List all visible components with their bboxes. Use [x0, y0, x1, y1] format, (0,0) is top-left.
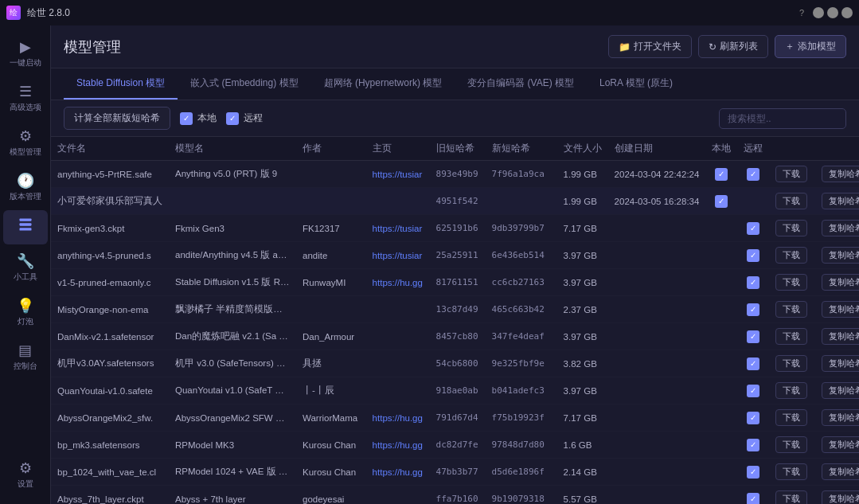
add-model-button[interactable]: ＋ 添加模型 — [775, 35, 846, 58]
sidebar-item-console[interactable]: ▤ 控制台 — [3, 335, 48, 378]
sidebar-item-model[interactable] — [3, 210, 48, 244]
cell-remote[interactable]: ✓ — [737, 432, 769, 459]
cell-3[interactable]: https://hu.gg — [366, 432, 430, 459]
cell-remote[interactable]: ✓ — [737, 296, 769, 323]
copy-hash-button[interactable]: 复制哈希 — [822, 274, 859, 291]
cell-remote[interactable]: ✓ — [737, 486, 769, 505]
cell-3[interactable]: https://hu.gg — [366, 269, 430, 296]
cell-1: 飘渺橘子 半精度简模版（Akagi Haruka — [169, 296, 296, 323]
copy-hash-button[interactable]: 复制哈希 — [822, 463, 859, 480]
sidebar-item-router[interactable]: ⚙ 模型管理 — [3, 121, 48, 164]
tab-lora[interactable]: LoRA 模型 (原生) — [587, 68, 685, 100]
cell-3[interactable]: https://hu.gg — [366, 459, 430, 486]
cell-0: 小可爱邻家俱乐部写真人 — [51, 188, 169, 215]
copy-hash-button[interactable]: 复制哈希 — [822, 193, 859, 209]
copy-hash-button[interactable]: 复制哈希 — [822, 328, 859, 345]
download-button[interactable]: 下载 — [775, 355, 807, 372]
calc-hash-button[interactable]: 计算全部新版短哈希 — [64, 107, 170, 130]
table-row: Abyss_7th_layer.ckptAbyss + 7th layergod… — [51, 486, 859, 505]
cell-local[interactable]: ✓ — [705, 188, 737, 215]
cell-download: 下载 — [769, 323, 815, 350]
copy-hash-button[interactable]: 复制哈希 — [822, 409, 859, 426]
cell-5: 9e325fbf9e — [486, 350, 557, 377]
cell-local[interactable] — [705, 296, 737, 323]
sidebar-item-advanced[interactable]: ☰ 高级选项 — [3, 76, 48, 119]
cell-3[interactable]: https://tusiar — [366, 161, 430, 188]
cell-3[interactable]: https://tusiar — [366, 215, 430, 242]
cell-remote[interactable]: ✓ — [737, 377, 769, 404]
cell-0: Abyss_7th_layer.ckpt — [51, 486, 169, 505]
download-button[interactable]: 下载 — [775, 166, 807, 182]
svg-rect-2 — [19, 228, 31, 230]
cell-remote[interactable] — [737, 188, 769, 215]
cell-remote[interactable]: ✓ — [737, 350, 769, 377]
download-button[interactable]: 下载 — [775, 436, 807, 453]
download-button[interactable]: 下载 — [775, 409, 807, 426]
search-input[interactable] — [719, 108, 846, 129]
download-button[interactable]: 下载 — [775, 220, 807, 236]
copy-hash-button[interactable]: 复制哈希 — [822, 436, 859, 453]
refresh-button[interactable]: ↻ 刷新列表 — [698, 35, 768, 58]
titlebar-controls: ? — □ ✕ — [794, 7, 853, 18]
download-button[interactable]: 下载 — [775, 301, 807, 318]
cell-local[interactable] — [705, 432, 737, 459]
copy-hash-button[interactable]: 复制哈希 — [822, 382, 859, 399]
cell-local[interactable] — [705, 404, 737, 432]
local-label: 本地 — [197, 111, 217, 125]
download-button[interactable]: 下载 — [775, 193, 807, 209]
tab-vae[interactable]: 变分自编码器 (VAE) 模型 — [455, 68, 587, 100]
minimize-button[interactable]: — — [813, 7, 824, 18]
cell-local[interactable] — [705, 323, 737, 350]
maximize-button[interactable]: □ — [827, 7, 838, 18]
cell-3[interactable]: https://tusiar — [366, 242, 430, 269]
help-button[interactable]: ? — [794, 7, 810, 18]
cell-3 — [366, 296, 430, 323]
cell-local[interactable] — [705, 269, 737, 296]
cell-remote[interactable]: ✓ — [737, 323, 769, 350]
copy-hash-button[interactable]: 复制哈希 — [822, 490, 859, 504]
copy-hash-button[interactable]: 复制哈希 — [822, 166, 859, 182]
cell-local[interactable] — [705, 350, 737, 377]
cell-1: QuanYoutai v1.0 (SafeT 丨-丨辰 — [169, 377, 296, 404]
cell-copy: 复制哈希 — [815, 296, 859, 323]
remote-checkbox[interactable]: ✓ — [226, 112, 239, 125]
download-button[interactable]: 下载 — [775, 328, 807, 345]
cell-remote[interactable]: ✓ — [737, 404, 769, 432]
download-button[interactable]: 下载 — [775, 463, 807, 480]
download-button[interactable]: 下载 — [775, 247, 807, 264]
tab-hypernetwork[interactable]: 超网络 (Hypernetwork) 模型 — [311, 68, 455, 100]
sidebar-item-light[interactable]: 💡 灯泡 — [3, 291, 48, 334]
cell-local[interactable] — [705, 215, 737, 242]
sidebar-item-tools[interactable]: 🔧 小工具 — [3, 246, 48, 289]
cell-6: 7.17 GB — [557, 215, 608, 242]
cell-local[interactable] — [705, 377, 737, 404]
local-checkbox[interactable]: ✓ — [180, 112, 193, 125]
cell-3[interactable]: https://hu.gg — [366, 404, 430, 432]
copy-hash-button[interactable]: 复制哈希 — [822, 355, 859, 372]
download-button[interactable]: 下载 — [775, 490, 807, 504]
cell-local[interactable] — [705, 486, 737, 505]
cell-remote[interactable]: ✓ — [737, 269, 769, 296]
download-button[interactable]: 下载 — [775, 274, 807, 291]
open-folder-button[interactable]: 📁 打开文件夹 — [608, 35, 692, 58]
sidebar-item-console-label: 控制台 — [14, 361, 37, 372]
copy-hash-button[interactable]: 复制哈希 — [822, 220, 859, 236]
sidebar-item-settings[interactable]: ⚙ 设置 — [3, 453, 48, 496]
download-button[interactable]: 下载 — [775, 382, 807, 399]
cell-remote[interactable]: ✓ — [737, 459, 769, 486]
close-button[interactable]: ✕ — [841, 7, 853, 18]
cell-local[interactable] — [705, 459, 737, 486]
cell-remote[interactable]: ✓ — [737, 161, 769, 188]
copy-hash-button[interactable]: 复制哈希 — [822, 247, 859, 264]
sidebar-item-version[interactable]: 🕐 版本管理 — [3, 166, 48, 209]
cell-0: 机甲v3.0AY.safetensors — [51, 350, 169, 377]
cell-local[interactable] — [705, 242, 737, 269]
sidebar-item-launch[interactable]: ▶ 一键启动 — [3, 32, 48, 75]
tab-stable-diffusion[interactable]: Stable Diffusion 模型 — [64, 68, 178, 100]
cell-remote[interactable]: ✓ — [737, 242, 769, 269]
cell-2: FK12317 — [296, 215, 366, 242]
tab-embedding[interactable]: 嵌入式 (Embedding) 模型 — [178, 68, 310, 100]
cell-remote[interactable]: ✓ — [737, 215, 769, 242]
cell-local[interactable]: ✓ — [705, 161, 737, 188]
copy-hash-button[interactable]: 复制哈希 — [822, 301, 859, 318]
